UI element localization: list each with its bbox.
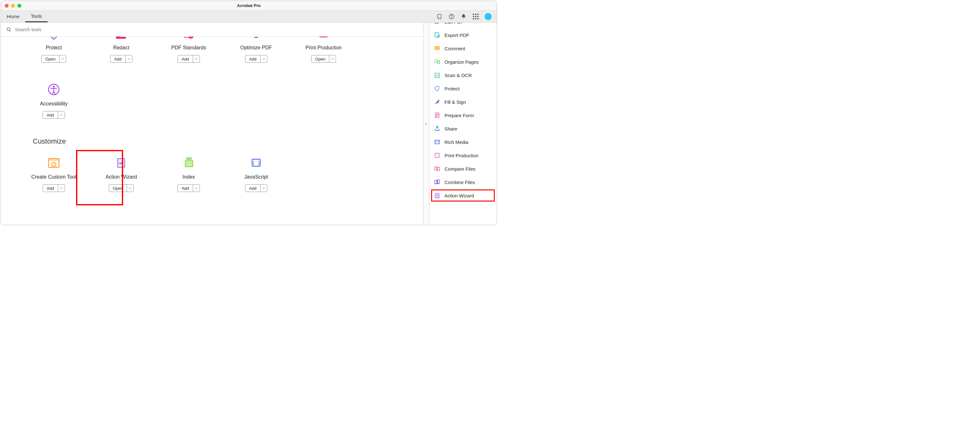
tool-optimize-pdf: Optimize PDFAdd [223, 37, 290, 69]
apps-icon[interactable] [473, 13, 479, 20]
panel-item-scan-ocr[interactable]: Scan & OCR [429, 69, 497, 82]
tool-row-protect-group: ProtectOpenRedactAddiPDF StandardsAddOpt… [20, 37, 404, 69]
accessibility-icon [47, 83, 61, 96]
svg-rect-26 [435, 60, 437, 62]
tool-action-dropdown[interactable] [261, 56, 267, 62]
panel-item-print-production[interactable]: Print Production [429, 149, 497, 162]
pdfstd-icon: i [182, 37, 196, 40]
pin-icon[interactable] [436, 13, 442, 20]
panel-item-label: Export PDF [444, 32, 469, 38]
panel-item-fill-sign[interactable]: Fill & Sign [429, 95, 497, 108]
panel-item-label: Fill & Sign [444, 99, 466, 105]
tool-action-dropdown[interactable] [329, 56, 336, 62]
search-input[interactable] [15, 27, 418, 32]
tools-content[interactable]: ProtectOpenRedactAddiPDF StandardsAddOpt… [1, 37, 423, 225]
tool-action-button[interactable]: Add [245, 185, 261, 192]
actionwizard-icon [114, 156, 128, 170]
panel-item-label: Share [444, 126, 457, 131]
tool-label: Protect [46, 45, 62, 51]
tool-action-button[interactable]: Open [312, 56, 329, 62]
tool-action-dropdown[interactable] [126, 56, 132, 62]
svg-rect-0 [438, 14, 441, 18]
tool-action-button[interactable]: Add [110, 56, 126, 62]
svg-rect-25 [435, 46, 440, 49]
editpdf-icon [434, 22, 441, 25]
tool-action-dropdown[interactable] [58, 185, 65, 192]
panel-item-label: Action Wizard [444, 193, 474, 198]
search-bar [1, 22, 423, 37]
tool-action-split: Open [109, 184, 134, 192]
user-avatar[interactable] [485, 13, 492, 20]
tool-action-dropdown[interactable] [59, 56, 66, 62]
tool-action-dropdown[interactable] [127, 185, 133, 192]
protect-icon [434, 85, 441, 92]
organize-icon [434, 58, 441, 65]
tools-panel[interactable]: Edit PDFExport PDFCommentOrganize PagesS… [429, 22, 497, 225]
tool-protect: ProtectOpen [20, 37, 88, 69]
javascript-icon: { } [249, 156, 263, 170]
minimize-window-button[interactable] [11, 4, 15, 8]
tool-create-custom-tool: Create Custom ToolAdd [20, 151, 88, 198]
tool-action-button[interactable]: Add [178, 185, 193, 192]
tool-action-split: Add [178, 184, 200, 192]
svg-point-3 [7, 28, 10, 30]
tool-action-dropdown[interactable] [193, 56, 199, 62]
tool-index: IndexAdd [155, 151, 223, 198]
svg-rect-18 [186, 159, 192, 159]
tool-action-button[interactable]: Open [109, 185, 127, 192]
tool-action-button[interactable]: Add [43, 185, 58, 192]
svg-rect-14 [49, 159, 59, 161]
nav-tabs: Home Tools [1, 11, 48, 22]
printprod-icon [317, 37, 331, 40]
bell-icon[interactable] [460, 13, 467, 20]
tool-action-dropdown[interactable] [193, 185, 199, 192]
panel-item-label: Scan & OCR [444, 73, 472, 78]
traffic-lights [5, 4, 21, 8]
collapse-panel-button[interactable] [423, 22, 429, 225]
tool-accessibility: AccessibilityAdd [20, 78, 88, 124]
panel-item-edit-pdf[interactable]: Edit PDF [429, 22, 497, 28]
tool-action-split: Add [245, 55, 267, 63]
panel-item-protect[interactable]: Protect [429, 82, 497, 95]
svg-rect-30 [436, 114, 439, 115]
tool-action-split: Add [43, 184, 65, 192]
panel-item-label: Combine Files [444, 180, 475, 185]
tool-label: Accessibility [40, 101, 67, 107]
svg-rect-27 [438, 61, 440, 63]
panel-item-export-pdf[interactable]: Export PDF [429, 28, 497, 42]
richmedia-icon [434, 139, 441, 145]
maximize-window-button[interactable] [18, 4, 21, 8]
panel-item-rich-media[interactable]: Rich Media [429, 135, 497, 149]
tool-action-button[interactable]: Add [178, 56, 193, 62]
tab-tools[interactable]: Tools [25, 11, 48, 22]
printprod2-icon [434, 152, 441, 159]
close-window-button[interactable] [5, 4, 9, 8]
panel-item-combine-files[interactable]: Combine Files [429, 175, 497, 189]
help-icon[interactable] [448, 13, 455, 20]
fillsign-icon [434, 98, 441, 105]
comment-icon [434, 45, 441, 52]
panel-item-organize-pages[interactable]: Organize Pages [429, 55, 497, 69]
combine-icon [434, 179, 441, 186]
scan-icon [434, 72, 441, 79]
tool-action-button[interactable]: Open [42, 56, 60, 62]
panel-item-comment[interactable]: Comment [429, 42, 497, 55]
panel-item-compare-files[interactable]: Compare Files [429, 162, 497, 175]
window-title: Acrobat Pro [237, 3, 261, 8]
redact-icon [114, 37, 128, 40]
panel-item-prepare-form[interactable]: Prepare Form [429, 108, 497, 122]
tool-action-button[interactable]: Add [43, 112, 58, 118]
tool-action-button[interactable]: Add [245, 56, 261, 62]
tool-action-split: Add [43, 111, 65, 119]
compare-icon [434, 165, 441, 172]
panel-item-label: Comment [444, 46, 465, 51]
tab-home[interactable]: Home [1, 11, 25, 22]
tool-action-split: Add [110, 55, 132, 63]
svg-text:{ }: { } [252, 160, 260, 166]
tool-action-dropdown[interactable] [58, 112, 65, 118]
svg-point-12 [53, 86, 55, 88]
tool-action-dropdown[interactable] [261, 185, 267, 192]
tool-action-split: Open [41, 55, 67, 63]
panel-item-action-wizard[interactable]: Action Wizard [429, 189, 497, 202]
panel-item-share[interactable]: Share [429, 122, 497, 135]
